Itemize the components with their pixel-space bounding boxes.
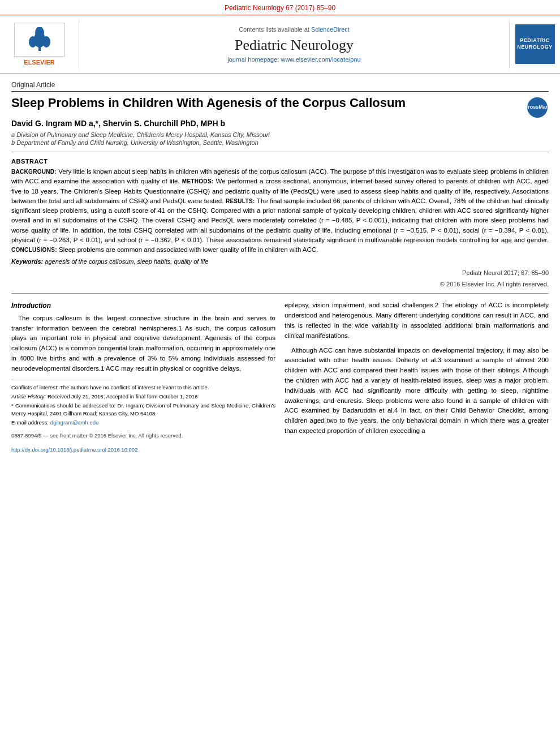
footer-doi: http://dx.doi.org/10.1016/j.pediatrne.ur… (11, 446, 275, 454)
journal-logo-box: PEDIATRIC NEUROLOGY (515, 24, 555, 64)
journal-header: Pediatric Neurology 67 (2017) 85–90 (0, 0, 560, 15)
divider (11, 152, 549, 152)
abstract-section: ABSTRACT BACKGROUND: Very little is know… (11, 158, 549, 287)
top-banner: ELSEVIER Contents lists available at Sci… (0, 15, 560, 74)
crossmark-badge: CrossMark (527, 97, 548, 118)
citation-line-1: Pediatr Neurol 2017; 67: 85–90 (11, 269, 549, 276)
footnote-history-label: Article History: (11, 393, 46, 400)
footnote-divider (11, 380, 113, 380)
journal-homepage[interactable]: journal homepage: www.elsevier.com/locat… (227, 56, 360, 63)
sciencedirect-link[interactable]: ScienceDirect (311, 26, 350, 33)
sciencedirect-line: Contents lists available at ScienceDirec… (239, 26, 350, 33)
divider-2 (11, 293, 549, 294)
svg-point-4 (42, 36, 50, 48)
footer-issn: 0887-8994/$ — see front matter © 2016 El… (11, 432, 275, 440)
background-label: BACKGROUND: (11, 169, 57, 175)
footnote-correspondence: * Communications should be addressed to:… (11, 402, 275, 417)
elsevier-logo-box (14, 23, 65, 57)
elsevier-logo: ELSEVIER (0, 20, 79, 68)
citation-line-2: © 2016 Elsevier Inc. All rights reserved… (11, 281, 549, 287)
affiliation-a: a Division of Pulmonary and Sleep Medici… (11, 131, 549, 138)
footnote-email-label: E-mail address: (11, 419, 49, 426)
article-content: Original Article Sleep Problems in Child… (0, 74, 560, 460)
footnote-history: Article History: Received July 21, 2016;… (11, 393, 275, 400)
doi-link[interactable]: http://dx.doi.org/10.1016/j.pediatrne.ur… (11, 447, 137, 453)
journal-logo-line1: PEDIATRIC (520, 37, 549, 44)
intro-heading: Introduction (11, 300, 275, 311)
journal-logo-right: PEDIATRIC NEUROLOGY (509, 20, 560, 68)
crossmark: CrossMark (526, 96, 549, 119)
conclusions-text: Sleep problems are common and associated… (57, 246, 318, 253)
journal-name-banner: Pediatric Neurology (235, 37, 354, 54)
keywords-label: Keywords: (11, 258, 43, 265)
right-paragraph2: Although ACC can have substantial impact… (285, 346, 549, 436)
keywords-text: agenesis of the corpus callosum, sleep h… (43, 258, 208, 265)
authors: David G. Ingram MD a,*, Shervin S. Churc… (11, 119, 549, 128)
elsevier-label: ELSEVIER (24, 59, 54, 66)
footnote-history-text: Received July 21, 2016; Accepted in fina… (48, 393, 198, 400)
right-paragraph1: epilepsy, vision impairment, and social … (285, 300, 549, 341)
intro-paragraph1: The corpus callosum is the largest conne… (11, 314, 275, 374)
affiliation-b: b Department of Family and Child Nursing… (11, 139, 549, 146)
abstract-text: BACKGROUND: Very little is known about s… (11, 167, 549, 255)
footnote-email: E-mail address: dgingram@cmh.edu (11, 419, 275, 426)
footnote-conflict: Conflicts of interest: The authors have … (11, 384, 275, 391)
footnote-email-address[interactable]: dgingram@cmh.edu (50, 419, 99, 426)
results-label: RESULTS: (226, 198, 255, 204)
svg-point-3 (29, 36, 37, 48)
conclusions-label: CONCLUSIONS: (11, 247, 57, 253)
journal-header-title: Pediatric Neurology 67 (2017) 85–90 (225, 4, 335, 12)
methods-label: METHODS: (182, 178, 214, 184)
article-title-row: Sleep Problems in Children With Agenesis… (11, 95, 549, 119)
elsevier-tree-icon (23, 27, 57, 53)
abstract-heading: ABSTRACT (11, 158, 549, 165)
article-type: Original Article (11, 81, 549, 92)
col-right: epilepsy, vision impairment, and social … (285, 300, 549, 454)
journal-center: Contents lists available at ScienceDirec… (79, 20, 509, 68)
svg-point-5 (35, 27, 44, 39)
two-col-layout: Introduction The corpus callosum is the … (11, 300, 549, 454)
keywords: Keywords: agenesis of the corpus callosu… (11, 258, 549, 265)
col-left: Introduction The corpus callosum is the … (11, 300, 275, 454)
journal-logo-line2: NEUROLOGY (517, 44, 553, 51)
article-title: Sleep Problems in Children With Agenesis… (11, 95, 520, 111)
